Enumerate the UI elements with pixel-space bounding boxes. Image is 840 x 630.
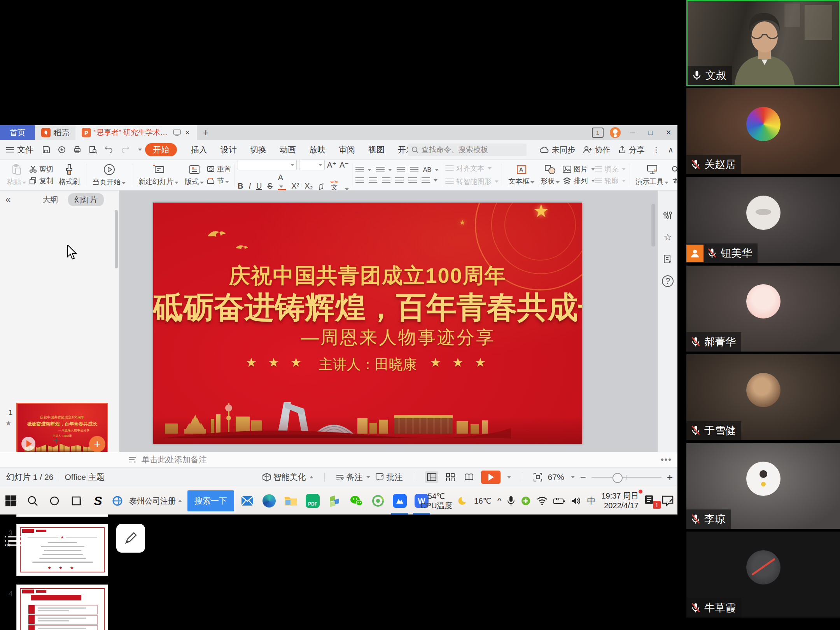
outline-tab[interactable]: 大纲 — [42, 194, 58, 205]
maximize-button[interactable]: □ — [645, 129, 656, 137]
participant-tile-active-speaker[interactable]: 文叔 — [686, 0, 840, 86]
voov-meeting-icon[interactable] — [389, 487, 411, 514]
collaborate-button[interactable]: 协作 — [583, 145, 610, 155]
sync-status[interactable]: 未同步 — [539, 145, 575, 155]
notes-toggle-button[interactable]: 备注 — [336, 472, 370, 483]
print-icon[interactable] — [73, 145, 82, 154]
copy-button[interactable]: 复制 — [29, 176, 53, 186]
notes-bar[interactable]: 单击此处添加备注 ••• — [0, 452, 677, 467]
menu-tab-transition[interactable]: 切换 — [246, 144, 270, 155]
properties-sliders-icon[interactable] — [663, 211, 672, 220]
quick-access-more-icon[interactable] — [138, 149, 142, 151]
layout-button[interactable]: 版式 — [182, 164, 207, 186]
zoom-slider-handle[interactable] — [612, 473, 623, 483]
fit-slide-icon[interactable] — [533, 472, 542, 482]
wifi-icon[interactable] — [537, 497, 548, 505]
format-painter-button[interactable]: 格式刷 — [53, 164, 83, 186]
convert-smartart-button[interactable]: 转智能图形 — [445, 177, 499, 186]
smart-beautify-button[interactable]: 智能美化 — [262, 472, 313, 483]
line-spacing-button[interactable] — [422, 177, 438, 184]
participant-tile[interactable]: 牛草霞 — [686, 532, 840, 618]
align-left-button[interactable] — [355, 177, 364, 184]
resource-doc-icon[interactable] — [663, 254, 672, 264]
battery-icon[interactable] — [553, 497, 565, 504]
export-pdf-icon[interactable] — [58, 145, 66, 154]
subscript-button[interactable]: X₂ — [304, 182, 313, 191]
new-tab-button[interactable]: + — [197, 125, 214, 140]
undo-icon[interactable] — [104, 145, 114, 154]
zoom-options-icon[interactable] — [571, 476, 575, 478]
decrease-font-button[interactable]: A⁻ — [340, 160, 349, 170]
collapse-panel-button[interactable]: « — [5, 194, 10, 205]
browser-360-icon[interactable] — [367, 487, 389, 514]
edge-icon[interactable] — [258, 487, 280, 514]
start-button[interactable] — [0, 487, 22, 514]
slide-thumbnail-1[interactable]: 庆祝中国共青团成立100周年 砥砺奋进铸辉煌，百年青春共成长 —周恩来人物事迹分… — [16, 403, 108, 455]
notification-icon[interactable]: 1 — [644, 495, 656, 507]
textbox-button[interactable]: A 文本框 — [505, 164, 537, 186]
outline-button[interactable]: 轮廓 — [595, 176, 626, 186]
align-text-button[interactable]: 对齐文本 — [445, 164, 499, 173]
wechat-icon[interactable] — [345, 487, 367, 514]
increase-font-button[interactable]: A⁺ — [327, 160, 336, 170]
annotation-pen-button[interactable] — [116, 524, 145, 553]
shapes-button[interactable]: 形状 — [537, 164, 563, 186]
file-menu[interactable]: 文件 — [6, 144, 33, 155]
volume-icon[interactable] — [571, 497, 581, 505]
bullets-button[interactable] — [355, 167, 371, 173]
save-icon[interactable] — [42, 145, 51, 154]
docs-app-icon[interactable] — [324, 487, 345, 514]
slide-editor-area[interactable]: ★ ★ 庆祝中国共青团成立100周年 砥砺奋进铸辉煌，百年青春共成长 —周恩来人… — [119, 191, 658, 452]
clear-format-icon[interactable] — [318, 183, 325, 191]
hidden-dock-list-icon[interactable] — [8, 536, 25, 549]
participant-tile[interactable]: 关赵居 — [686, 88, 840, 174]
weather-temp[interactable]: 16℃ — [474, 496, 492, 506]
zoom-slider[interactable] — [592, 477, 662, 478]
window-count-badge[interactable]: 1 — [592, 128, 604, 138]
strikethrough-button[interactable]: S — [267, 182, 272, 191]
arrange-button[interactable]: 排列 — [563, 176, 595, 186]
slide-thumbnail-3[interactable]: ★ ★ ★ ★ — [16, 524, 108, 576]
ie-ad-label[interactable]: 泰州公司注册 — [126, 487, 185, 514]
editor-scrollbar[interactable] — [651, 204, 655, 247]
zoom-out-button[interactable]: − — [580, 471, 586, 483]
notes-more-icon[interactable]: ••• — [661, 455, 672, 465]
italic-button[interactable]: I — [248, 182, 251, 191]
menu-tab-start[interactable]: 开始 — [145, 143, 177, 156]
font-size-select[interactable] — [299, 160, 325, 170]
tray-360-icon[interactable] — [521, 496, 531, 506]
quick-add-slide-button[interactable]: + — [89, 436, 105, 452]
tray-expand-icon[interactable]: ^ — [497, 496, 501, 506]
replace-button[interactable]: 替 — [672, 176, 677, 186]
taskbar-search-icon[interactable] — [22, 487, 44, 514]
menu-tab-review[interactable]: 审阅 — [335, 144, 359, 155]
participant-tile[interactable]: 郝菁华 — [686, 266, 840, 352]
normal-view-button[interactable] — [425, 471, 438, 483]
participant-tile[interactable]: 于雪健 — [686, 354, 840, 440]
numbering-button[interactable] — [376, 167, 392, 173]
panel-scrollbar[interactable] — [115, 210, 118, 268]
share-button[interactable]: 分享 — [618, 145, 644, 155]
reading-view-button[interactable] — [462, 471, 476, 483]
comments-button[interactable]: 批注 — [376, 472, 403, 483]
justify-button[interactable] — [395, 177, 404, 184]
tab-docer[interactable]: 稻壳 — [35, 125, 75, 140]
more-menu-icon[interactable]: ⋮ — [652, 145, 660, 154]
tab-close-icon[interactable]: × — [184, 129, 191, 137]
align-right-button[interactable] — [382, 177, 390, 184]
play-options-icon[interactable] — [507, 476, 511, 478]
help-icon[interactable]: ? — [662, 275, 674, 287]
text-direction-button[interactable]: AB — [423, 166, 439, 173]
taskbar-search-box[interactable]: 搜索一下 — [187, 490, 234, 511]
tray-mic-icon[interactable] — [507, 496, 515, 506]
task-view-icon[interactable] — [65, 487, 87, 514]
theme-name[interactable]: Office 主题 — [65, 472, 104, 483]
paste-button[interactable]: 粘贴 — [4, 164, 29, 186]
participant-tile[interactable]: 李琼 — [686, 443, 840, 529]
close-button[interactable]: ✕ — [663, 128, 674, 137]
decrease-indent-button[interactable] — [397, 167, 405, 173]
presentation-tools-button[interactable]: 演示工具 — [632, 164, 672, 186]
increase-indent-button[interactable] — [410, 167, 418, 173]
menu-tab-design[interactable]: 设计 — [217, 144, 241, 155]
participant-tile[interactable]: 钮美华 — [686, 177, 840, 263]
